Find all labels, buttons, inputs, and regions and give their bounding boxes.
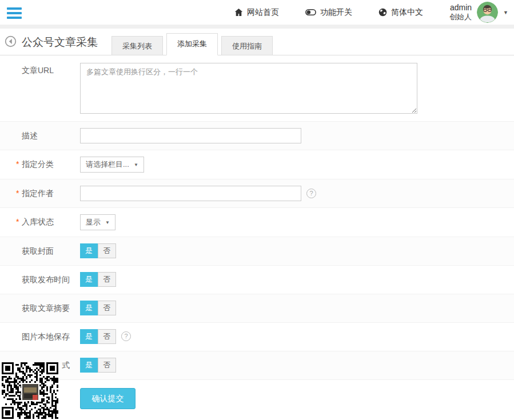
chevron-down-icon: ▼	[105, 220, 110, 225]
toggle-yes-button[interactable]: 是	[80, 301, 98, 315]
toggle-no-button[interactable]: 否	[98, 243, 116, 258]
back-icon[interactable]	[5, 35, 17, 47]
toggle-yes-button[interactable]: 是	[80, 329, 98, 344]
nav-item-language[interactable]: 简体中文	[378, 7, 423, 18]
toggle-no-button[interactable]: 否	[98, 301, 116, 315]
field-label: *指定分类	[0, 157, 80, 173]
form-row-get-publish-time: 获取发布时间 是 否	[0, 266, 514, 294]
main-panel: 公众号文章采集 采集列表 添加采集 使用指南 文章URL 描述 *指定分类	[0, 29, 514, 420]
form-row-storage-status: *入库状态 显示 ▼	[0, 208, 514, 237]
article-url-textarea[interactable]	[80, 63, 417, 114]
page-header: 公众号文章采集 采集列表 添加采集 使用指南	[0, 29, 514, 55]
toggle-yes-button[interactable]: 是	[80, 272, 98, 287]
top-navbar: 网站首页 功能开关 简体中文 admin 创始人 ▼	[0, 0, 514, 25]
user-name: admin	[449, 3, 472, 13]
field-label: 获取文章摘要	[0, 301, 80, 316]
nav-item-feature-switch[interactable]: 功能开关	[305, 7, 352, 18]
collect-form: 文章URL 描述 *指定分类 请选择栏目... ▼ *指定作者	[0, 55, 514, 420]
author-input[interactable]	[80, 186, 301, 201]
navbar-right: 网站首页 功能开关 简体中文 admin 创始人 ▼	[234, 2, 508, 23]
nav-item-label: 简体中文	[391, 7, 423, 18]
user-menu[interactable]: admin 创始人	[449, 3, 472, 22]
category-select[interactable]: 请选择栏目... ▼	[80, 157, 144, 173]
description-input[interactable]	[80, 128, 301, 143]
storage-status-select[interactable]: 显示 ▼	[80, 214, 115, 230]
field-label: 图片本地保存	[0, 329, 80, 345]
help-icon[interactable]: ?	[306, 189, 316, 198]
form-row-mode: 式 是 否	[0, 351, 514, 380]
form-row-save-images-locally: 图片本地保存 是 否 ?	[0, 323, 514, 351]
tab-bar: 采集列表 添加采集 使用指南	[111, 33, 276, 55]
qr-code-image	[1, 362, 59, 419]
help-icon[interactable]: ?	[121, 331, 131, 341]
field-label: 描述	[0, 128, 80, 143]
tab-collect-list[interactable]: 采集列表	[111, 36, 163, 55]
form-row-description: 描述	[0, 122, 514, 150]
form-row-submit: 确认提交	[0, 380, 514, 420]
category-select-value: 请选择栏目...	[86, 159, 129, 170]
toggle-yes-button[interactable]: 是	[80, 243, 98, 258]
toggle-no-button[interactable]: 否	[98, 329, 116, 344]
get-cover-toggle: 是 否	[80, 243, 116, 258]
form-row-category: *指定分类 请选择栏目... ▼	[0, 150, 514, 179]
field-label: 获取发布时间	[0, 272, 80, 287]
tab-usage-guide[interactable]: 使用指南	[221, 36, 273, 55]
get-publish-time-toggle: 是 否	[80, 272, 116, 287]
page-title: 公众号文章采集	[22, 35, 98, 50]
mode-toggle: 是 否	[80, 358, 116, 373]
submit-button[interactable]: 确认提交	[80, 388, 136, 409]
hamburger-menu-icon[interactable]	[7, 7, 22, 19]
form-row-get-cover: 获取封面 是 否	[0, 237, 514, 266]
get-summary-toggle: 是 否	[80, 301, 116, 315]
toggle-no-button[interactable]: 否	[98, 272, 116, 287]
field-label: *入库状态	[0, 214, 80, 230]
avatar[interactable]	[477, 2, 498, 23]
field-label: *指定作者	[0, 186, 80, 201]
nav-item-label: 功能开关	[320, 7, 352, 18]
form-row-article-url: 文章URL	[0, 55, 514, 122]
tab-add-collect[interactable]: 添加采集	[166, 33, 218, 55]
user-dropdown-caret-icon[interactable]: ▼	[503, 10, 508, 15]
save-images-toggle: 是 否	[80, 329, 116, 344]
form-row-get-summary: 获取文章摘要 是 否	[0, 294, 514, 323]
toggle-icon	[305, 9, 316, 16]
nav-item-label: 网站首页	[247, 7, 279, 18]
home-icon	[234, 8, 243, 17]
form-row-author: *指定作者 ?	[0, 179, 514, 208]
toggle-no-button[interactable]: 否	[98, 358, 116, 373]
chevron-down-icon: ▼	[134, 162, 138, 167]
user-role: 创始人	[449, 13, 472, 22]
globe-icon	[378, 8, 387, 17]
storage-status-value: 显示	[86, 217, 101, 227]
toggle-yes-button[interactable]: 是	[80, 358, 98, 373]
field-label: 获取封面	[0, 243, 80, 259]
field-label: 文章URL	[0, 63, 80, 114]
nav-item-home[interactable]: 网站首页	[234, 7, 279, 18]
